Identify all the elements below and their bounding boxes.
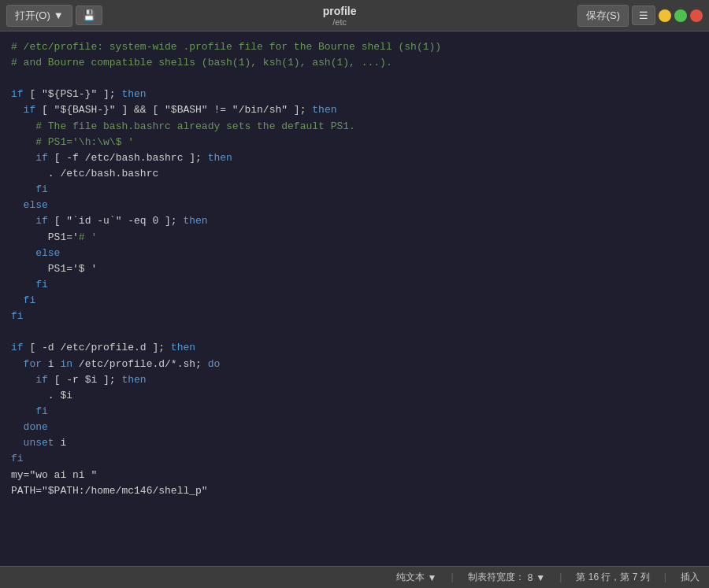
code-line: if [ "`id -u`" -eq 0 ]; then: [11, 213, 698, 229]
titlebar-center: profile /etc: [102, 5, 577, 27]
minimize-button[interactable]: [659, 9, 671, 22]
statusbar: 纯文本 ▼ | 制表符宽度： 8 ▼ | 第 16 行，第 7 列 | 插入: [0, 566, 709, 588]
mode-label: 插入: [681, 571, 700, 584]
format-label: 纯文本: [396, 571, 425, 584]
code-line: . $i: [11, 388, 698, 404]
close-button[interactable]: [690, 9, 703, 22]
code-line: fi: [11, 309, 698, 324]
maximize-button[interactable]: [674, 9, 687, 22]
save-icon: 💾: [83, 9, 95, 21]
position-label: 第 16 行，第 7 列: [576, 571, 649, 584]
titlebar: 打开(O) ▼ 💾 profile /etc 保存(S) ☰: [0, 0, 709, 31]
tab-dropdown-icon: ▼: [536, 572, 545, 583]
code-line: fi: [11, 277, 698, 293]
code-line: done: [11, 420, 698, 435]
status-separator-1: |: [449, 572, 455, 583]
open-label: 打开(O): [15, 9, 50, 23]
cursor-position: 第 16 行，第 7 列: [576, 571, 649, 584]
save-button[interactable]: 保存(S): [577, 5, 629, 27]
code-line: my="wo ai ni ": [11, 468, 698, 483]
status-separator-2: |: [558, 572, 563, 583]
edit-mode: 插入: [681, 571, 700, 584]
code-line: [11, 71, 698, 87]
code-line: # PS1='\h:\w\$ ': [11, 135, 698, 150]
tab-width-selector[interactable]: 制表符宽度： 8 ▼: [468, 571, 546, 584]
code-line: else: [11, 246, 698, 261]
code-line: fi: [11, 293, 698, 309]
code-line: fi: [11, 404, 698, 420]
editor[interactable]: # /etc/profile: system-wide .profile fil…: [0, 31, 709, 566]
format-selector[interactable]: 纯文本 ▼: [396, 571, 437, 584]
code-line: fi: [11, 451, 698, 467]
code-line: . /etc/bash.bashrc: [11, 166, 698, 182]
format-dropdown-icon: ▼: [428, 572, 437, 583]
code-line: # The file bash.bashrc already sets the …: [11, 119, 698, 135]
code-line: PS1='# ': [11, 230, 698, 246]
code-line: if [ -f /etc/bash.bashrc ]; then: [11, 150, 698, 166]
titlebar-right: 保存(S) ☰: [577, 5, 709, 27]
code-line: fi: [11, 182, 698, 198]
titlebar-left: 打开(O) ▼ 💾: [0, 5, 102, 27]
code-line: if [ "${PS1-}" ]; then: [11, 87, 698, 102]
code-line: PS1='$ ': [11, 261, 698, 277]
tab-width-value: 8: [528, 572, 533, 583]
code-line: [11, 324, 698, 340]
code-line: # and Bourne compatible shells (bash(1),…: [11, 55, 698, 71]
code-line: # /etc/profile: system-wide .profile fil…: [11, 39, 698, 55]
code-line: for i in /etc/profile.d/*.sh; do: [11, 357, 698, 372]
title-path: /etc: [102, 17, 577, 27]
code-container: # /etc/profile: system-wide .profile fil…: [11, 39, 698, 499]
status-separator-3: |: [663, 572, 668, 583]
code-line: if [ -d /etc/profile.d ]; then: [11, 340, 698, 356]
code-line: else: [11, 198, 698, 213]
code-line: PATH="$PATH:/home/mc146/shell_p": [11, 483, 698, 499]
code-line: unset i: [11, 435, 698, 451]
open-dropdown-icon: ▼: [54, 9, 64, 21]
code-line: if [ "${BASH-}" ] && [ "$BASH" != "/bin/…: [11, 102, 698, 118]
open-button[interactable]: 打开(O) ▼: [6, 5, 72, 27]
tab-width-label: 制表符宽度：: [468, 571, 525, 584]
title-filename: profile: [102, 5, 577, 17]
code-line: if [ -r $i ]; then: [11, 372, 698, 388]
menu-button[interactable]: ☰: [632, 6, 655, 25]
save-icon-button[interactable]: 💾: [76, 6, 102, 25]
